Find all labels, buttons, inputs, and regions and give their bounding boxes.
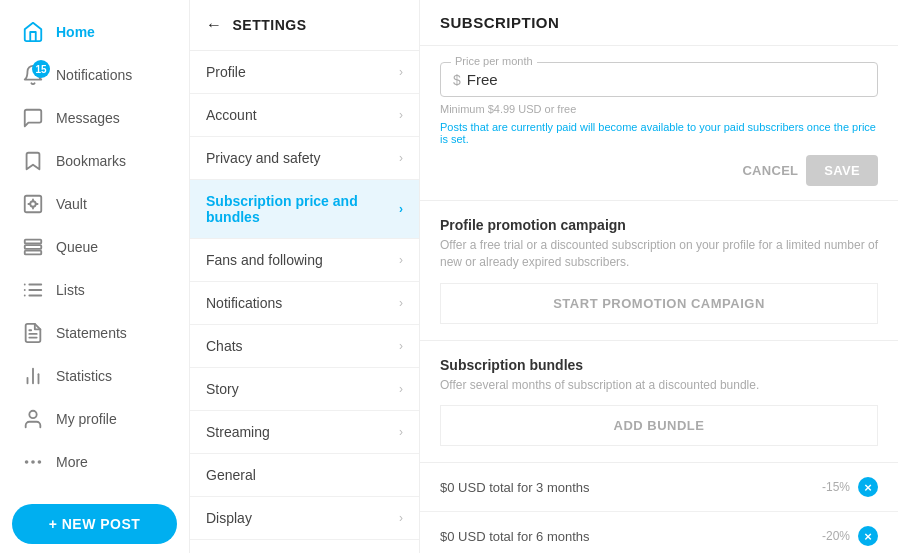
bundle-row-2: $0 USD total for 6 months -20% × — [420, 512, 898, 553]
currency-symbol: $ — [453, 72, 461, 88]
sidebar-item-lists[interactable]: Lists — [6, 269, 183, 311]
sidebar-item-bookmarks[interactable]: Bookmarks — [6, 140, 183, 182]
subscription-main: SUBSCRIPTION Price per month $ Minimum $… — [420, 0, 898, 553]
price-action-row: CANCEL SAVE — [440, 155, 878, 190]
svg-point-17 — [29, 411, 36, 418]
sidebar-item-messages-label: Messages — [56, 110, 120, 126]
chevron-right-icon: › — [399, 202, 403, 216]
bundles-section: Subscription bundles Offer several month… — [420, 341, 898, 464]
chevron-right-icon: › — [399, 108, 403, 122]
sidebar-item-statistics[interactable]: Statistics — [6, 355, 183, 397]
sidebar: Home 15 Notifications Messages — [0, 0, 190, 553]
chevron-right-icon: › — [399, 151, 403, 165]
chevron-right-icon: › — [399, 382, 403, 396]
profile-icon — [22, 408, 44, 430]
paid-price-note: Posts that are currently paid will becom… — [440, 121, 878, 145]
paid-note-text: Posts that are currently paid will becom… — [440, 121, 876, 145]
sidebar-item-statistics-label: Statistics — [56, 368, 112, 384]
settings-item-fans-following[interactable]: Fans and following › — [190, 239, 419, 282]
min-price-note: Minimum $4.99 USD or free — [440, 103, 878, 115]
chevron-right-icon: › — [399, 425, 403, 439]
settings-item-streaming[interactable]: Streaming › — [190, 411, 419, 454]
chevron-right-icon: › — [399, 339, 403, 353]
settings-title: SETTINGS — [233, 17, 307, 33]
settings-item-privacy-safety[interactable]: Privacy and safety › — [190, 137, 419, 180]
cancel-button[interactable]: CANCEL — [742, 163, 798, 178]
price-input[interactable] — [467, 71, 865, 88]
svg-rect-3 — [25, 245, 42, 249]
svg-point-18 — [32, 461, 34, 463]
queue-icon — [22, 236, 44, 258]
statistics-icon — [22, 365, 44, 387]
settings-item-profile[interactable]: Profile › — [190, 51, 419, 94]
remove-bundle-1-button[interactable]: × — [858, 477, 878, 497]
settings-list: Profile › Account › Privacy and safety ›… — [190, 51, 419, 553]
settings-item-chats[interactable]: Chats › — [190, 325, 419, 368]
bundle-row-1: $0 USD total for 3 months -15% × — [420, 463, 898, 512]
sidebar-item-statements-label: Statements — [56, 325, 127, 341]
settings-item-notifications[interactable]: Notifications › — [190, 282, 419, 325]
chevron-right-icon: › — [399, 65, 403, 79]
settings-item-general[interactable]: General — [190, 454, 419, 497]
remove-bundle-2-button[interactable]: × — [858, 526, 878, 546]
save-button[interactable]: SAVE — [806, 155, 878, 186]
sidebar-item-vault[interactable]: Vault — [6, 183, 183, 225]
lists-icon — [22, 279, 44, 301]
subscription-header: SUBSCRIPTION — [420, 0, 898, 46]
notifications-badge: 15 — [32, 60, 50, 78]
more-icon — [22, 451, 44, 473]
bundles-description: Offer several months of subscription at … — [440, 377, 878, 394]
home-icon — [22, 21, 44, 43]
bundle-label-1: $0 USD total for 3 months — [440, 480, 590, 495]
sidebar-item-home-label: Home — [56, 24, 95, 40]
sidebar-item-queue[interactable]: Queue — [6, 226, 183, 268]
sidebar-item-vault-label: Vault — [56, 196, 87, 212]
svg-rect-0 — [25, 196, 42, 213]
sidebar-item-notifications[interactable]: 15 Notifications — [6, 54, 183, 96]
price-section: Price per month $ Minimum $4.99 USD or f… — [420, 46, 898, 201]
settings-item-display[interactable]: Display › — [190, 497, 419, 540]
bundle-discount-1: -15% — [822, 480, 850, 494]
sidebar-item-more-label: More — [56, 454, 88, 470]
settings-panel: ← SETTINGS Profile › Account › Privacy a… — [190, 0, 420, 553]
svg-point-20 — [26, 461, 28, 463]
chevron-right-icon: › — [399, 296, 403, 310]
settings-header: ← SETTINGS — [190, 0, 419, 51]
sidebar-item-home[interactable]: Home — [6, 11, 183, 53]
bundle-row-1-right: -15% × — [822, 477, 878, 497]
settings-item-account[interactable]: Account › — [190, 94, 419, 137]
campaign-description: Offer a free trial or a discounted subsc… — [440, 237, 878, 271]
settings-item-story[interactable]: Story › — [190, 368, 419, 411]
price-input-group: Price per month $ — [440, 62, 878, 97]
campaign-section: Profile promotion campaign Offer a free … — [420, 201, 898, 341]
sidebar-item-statements[interactable]: Statements — [6, 312, 183, 354]
bookmark-icon — [22, 150, 44, 172]
add-bundle-button[interactable]: ADD BUNDLE — [440, 405, 878, 446]
settings-item-qr-code[interactable]: QR code › — [190, 540, 419, 553]
svg-rect-2 — [25, 240, 42, 244]
message-icon — [22, 107, 44, 129]
price-input-row: $ — [453, 71, 865, 88]
sidebar-item-notifications-label: Notifications — [56, 67, 132, 83]
vault-icon — [22, 193, 44, 215]
sidebar-item-more[interactable]: More — [6, 441, 183, 483]
svg-rect-4 — [25, 251, 42, 255]
back-arrow-icon[interactable]: ← — [206, 16, 223, 34]
new-post-button[interactable]: + NEW POST — [12, 504, 177, 544]
sidebar-item-my-profile[interactable]: My profile — [6, 398, 183, 440]
sidebar-item-my-profile-label: My profile — [56, 411, 117, 427]
svg-point-19 — [39, 461, 41, 463]
sidebar-item-lists-label: Lists — [56, 282, 85, 298]
bell-icon: 15 — [22, 64, 44, 86]
statements-icon — [22, 322, 44, 344]
campaign-title: Profile promotion campaign — [440, 217, 878, 233]
bundle-label-2: $0 USD total for 6 months — [440, 529, 590, 544]
sidebar-item-queue-label: Queue — [56, 239, 98, 255]
start-promotion-button[interactable]: START PROMOTION CAMPAIGN — [440, 283, 878, 324]
bundle-row-2-right: -20% × — [822, 526, 878, 546]
sidebar-item-bookmarks-label: Bookmarks — [56, 153, 126, 169]
sidebar-item-messages[interactable]: Messages — [6, 97, 183, 139]
chevron-right-icon: › — [399, 511, 403, 525]
settings-item-subscription[interactable]: Subscription price and bundles › — [190, 180, 419, 239]
bundles-title: Subscription bundles — [440, 357, 878, 373]
